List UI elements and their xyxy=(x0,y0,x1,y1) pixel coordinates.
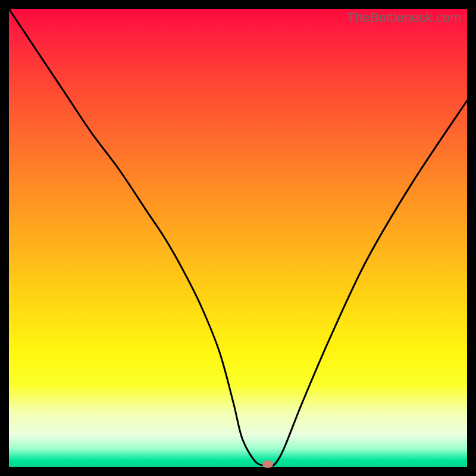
curve-path xyxy=(9,9,467,466)
bottleneck-curve xyxy=(9,9,467,467)
chart-frame: TheBottleneck.com xyxy=(0,0,476,476)
plot-area: TheBottleneck.com xyxy=(9,9,467,467)
optimal-point-marker xyxy=(262,461,273,468)
